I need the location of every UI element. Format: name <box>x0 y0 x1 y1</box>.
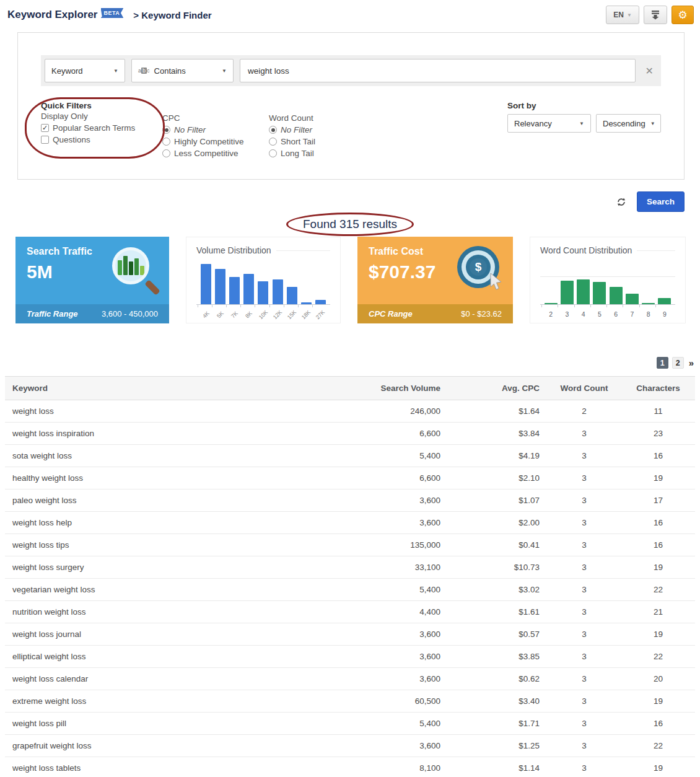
table-cell: 22 <box>621 579 695 601</box>
table-row: healthy weight loss6,600$2.10319 <box>5 467 695 489</box>
chevron-down-icon: ▼ <box>574 121 584 126</box>
word-count-distribution-chart <box>540 276 675 304</box>
table-cell: 19 <box>621 757 695 777</box>
radio-icon[interactable] <box>162 126 170 134</box>
chart-title: Word Count Distribution <box>540 245 632 255</box>
results-count-banner: Found 315 results <box>286 213 414 236</box>
filter-operator-select[interactable]: abc Contains ▼ <box>131 59 234 82</box>
table-cell: 21 <box>621 601 695 623</box>
chart-axis-label: 3 <box>559 305 575 319</box>
table-cell: weight loss surgery <box>5 556 361 579</box>
refresh-icon[interactable] <box>616 196 627 208</box>
radio-icon[interactable] <box>162 149 170 157</box>
table-cell: 3,600 <box>361 668 448 690</box>
table-cell: vegetarian weight loss <box>5 579 361 601</box>
pagination-next-icon[interactable]: » <box>688 358 694 368</box>
filter-field-select[interactable]: Keyword ▼ <box>45 59 125 82</box>
word-count-option-long-tail[interactable]: Long Tail <box>269 149 356 158</box>
chart-axis-label: 5K <box>213 305 227 319</box>
table-cell: $2.10 <box>448 467 547 489</box>
option-label: Short Tail <box>281 137 315 146</box>
chart-bar <box>285 287 299 304</box>
table-cell: 33,100 <box>361 556 448 579</box>
table-cell: 5,400 <box>361 713 448 735</box>
option-label: Long Tail <box>281 149 314 158</box>
word-count-distribution-card: Word Count Distribution 23456789 <box>530 237 686 323</box>
table-cell: grapefruit weight loss <box>5 735 361 757</box>
radio-icon[interactable] <box>269 126 277 134</box>
radio-icon[interactable] <box>162 138 170 146</box>
display-only-group: Quick Filters Display Only Popular Searc… <box>41 101 150 158</box>
table-cell: weight loss <box>5 400 361 423</box>
word-count-label: Word Count <box>269 113 356 123</box>
table-row: weight loss surgery33,100$10.73319 <box>5 556 695 579</box>
filter-row: Keyword ▼ abc Contains ▼ ✕ <box>41 55 661 86</box>
chart-bar <box>256 281 270 304</box>
download-button[interactable] <box>644 6 667 24</box>
table-cell: 3 <box>547 534 621 556</box>
cpc-option-less-competitive[interactable]: Less Competitive <box>162 149 256 158</box>
chart-bar <box>299 302 313 304</box>
chart-bar <box>199 264 213 304</box>
filter-field-value: Keyword <box>51 66 83 76</box>
table-cell: 60,500 <box>361 690 448 713</box>
table-cell: 3 <box>547 512 621 534</box>
pagination-page-1[interactable]: 1 <box>657 357 668 369</box>
table-cell: 3,600 <box>361 735 448 757</box>
checkbox-icon[interactable] <box>41 136 49 144</box>
chart-bar <box>641 303 657 304</box>
pagination-page-2[interactable]: 2 <box>672 357 684 369</box>
card-title: Traffic Cost <box>369 246 435 257</box>
filter-option-questions[interactable]: Questions <box>41 135 150 144</box>
table-cell: 22 <box>621 735 695 757</box>
column-header: Characters <box>621 377 695 400</box>
table-cell: 246,000 <box>361 400 448 423</box>
table-cell: $2.00 <box>448 512 547 534</box>
search-traffic-card: Search Traffic 5M Traffic Range 3,600 - … <box>15 237 169 323</box>
display-only-label: Display Only <box>41 112 150 121</box>
table-cell: $10.73 <box>448 556 547 579</box>
radio-icon[interactable] <box>269 149 277 157</box>
table-cell: 3,600 <box>361 646 448 668</box>
keyword-query-input[interactable] <box>240 59 636 82</box>
table-cell: 19 <box>621 690 695 713</box>
cpc-option-no-filter[interactable]: No Filter <box>162 125 256 134</box>
cpc-option-highly-competitive[interactable]: Highly Competitive <box>162 137 256 146</box>
table-row: paleo weight loss3,600$1.07317 <box>5 489 695 512</box>
table-cell: 3 <box>547 445 621 467</box>
table-cell: $1.61 <box>448 601 547 623</box>
search-row: Search <box>15 191 685 212</box>
sort-direction-value: Descending <box>603 119 645 128</box>
table-cell: 3 <box>547 423 621 445</box>
cpc-range-value: $0 - $23.62 <box>461 309 502 318</box>
table-cell: 5,400 <box>361 579 448 601</box>
table-row: grapefruit weight loss3,600$1.25322 <box>5 735 695 757</box>
table-cell: 23 <box>621 423 695 445</box>
chart-axis-label: 8K <box>242 305 256 319</box>
table-row: weight loss246,000$1.64211 <box>5 400 695 423</box>
clear-filter-icon[interactable]: ✕ <box>642 65 657 77</box>
table-cell: $1.07 <box>448 489 547 512</box>
table-cell: weight loss help <box>5 512 361 534</box>
word-count-option-short-tail[interactable]: Short Tail <box>269 137 356 146</box>
table-cell: 19 <box>621 467 695 489</box>
table-cell: 2 <box>547 400 621 423</box>
checkbox-icon[interactable] <box>41 124 49 132</box>
settings-button[interactable]: ⚙ <box>672 6 694 24</box>
sort-direction-select[interactable]: Descending ▼ <box>596 114 661 133</box>
table-cell: $1.71 <box>448 713 547 735</box>
sort-field-select[interactable]: Relevancy ▼ <box>507 114 591 133</box>
filter-operator-value: Contains <box>154 66 186 76</box>
table-cell: 3 <box>547 668 621 690</box>
word-count-option-no-filter[interactable]: No Filter <box>269 125 356 134</box>
table-cell: 16 <box>621 512 695 534</box>
breadcrumb: > Keyword Finder <box>133 10 211 20</box>
language-selector[interactable]: EN ▼ <box>606 6 639 24</box>
chart-axis-label: 10K <box>256 305 270 319</box>
radio-icon[interactable] <box>269 138 277 146</box>
volume-distribution-chart <box>196 264 330 304</box>
search-button[interactable]: Search <box>637 191 685 212</box>
option-label: Less Competitive <box>174 149 238 158</box>
table-cell: 3 <box>547 467 621 489</box>
filter-option-popular-search-terms[interactable]: Popular Search Terms <box>41 123 150 133</box>
